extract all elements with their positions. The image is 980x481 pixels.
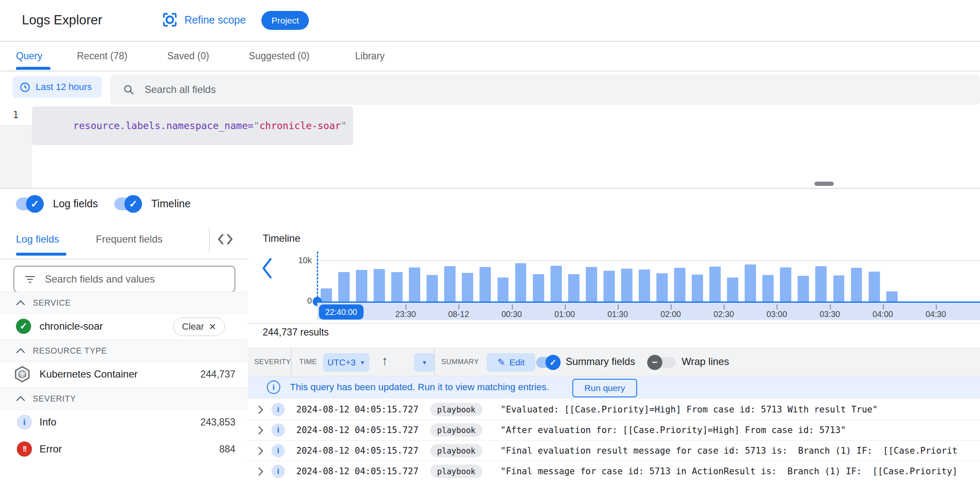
row-resource-chip[interactable]: playbook [430,465,482,478]
table-row[interactable]: i2024-08-12 04:05:15.727playbook"After e… [248,420,980,441]
chevron-up-icon [16,300,25,307]
section-header-resource-type[interactable]: RESOURCE TYPE [0,340,248,362]
chevron-right-icon[interactable] [257,426,264,437]
chevron-right-icon[interactable] [257,467,264,478]
tab-saved[interactable]: Saved (0) [167,50,209,62]
timeline-bar[interactable] [391,272,403,301]
facet-row-chronicle-soar[interactable]: ✓ chronicle-soar Clear × [0,313,248,340]
results-panel: Timeline 10k 0 22:40:00 23:3008-1200:300… [248,221,980,481]
table-row[interactable]: i2024-08-12 04:05:15.727playbook"Final e… [248,441,980,461]
row-resource-chip[interactable]: playbook [430,444,482,457]
wrap-lines-toggle-thumb[interactable]: − [647,355,662,370]
sort-ascending-icon[interactable]: ↑ [382,354,388,368]
edit-summary-button[interactable]: ✎ Edit [487,353,535,372]
section-header-service[interactable]: SERVICE [0,292,248,314]
timeline-axis-band[interactable]: 22:40:00 23:3008-1200:3001:0001:3002:000… [317,301,980,320]
timeline-bar[interactable] [551,266,562,301]
timeline-bar[interactable] [851,268,862,301]
chevron-left-icon[interactable] [261,257,273,281]
facet-row-error[interactable]: !! Error 884 [0,436,248,462]
refine-scope-button[interactable]: Refine scope [162,12,246,28]
selected-check-icon: ✓ [16,319,31,334]
timeline-plot[interactable] [317,251,980,301]
timeline-bar[interactable] [515,263,527,301]
x-axis-label: 04:30 [925,309,946,319]
x-axis-tick [883,304,884,309]
search-icon [123,84,134,95]
active-tab-underline [16,67,50,70]
x-axis-label: 04:00 [872,309,893,319]
facet-row-kubernetes-container[interactable]: Kubernetes Container 244,737 [0,361,248,388]
x-axis-tick [618,304,619,309]
scan-frame-icon [162,12,178,28]
tab-query[interactable]: Query [16,50,42,62]
timeline-bar[interactable] [798,276,809,301]
timeline-toggle-thumb[interactable]: ✓ [124,195,142,213]
summary-fields-toggle-thumb[interactable]: ✓ [545,355,561,370]
timeline-bar[interactable] [533,274,544,301]
chevron-right-icon[interactable] [257,405,264,416]
log-fields-toggle-thumb[interactable]: ✓ [26,195,44,213]
facet-row-info[interactable]: i Info 243,853 [0,409,248,436]
timeline-bar[interactable] [780,267,791,301]
row-resource-chip[interactable]: playbook [430,403,482,416]
timeline-bar[interactable] [727,278,738,301]
timeline-bar[interactable] [338,272,350,301]
sidebar-tab-frequent-fields[interactable]: Frequent fields [96,233,163,245]
tab-suggested[interactable]: Suggested (0) [249,50,309,62]
section-header-severity[interactable]: SEVERITY [0,388,248,410]
tab-recent[interactable]: Recent (78) [77,50,127,62]
filter-icon [24,274,36,285]
timeline-bar[interactable] [709,267,721,301]
x-axis-tick [936,304,937,309]
timeline-bar[interactable] [427,275,438,301]
editor-gutter [0,125,32,188]
timeline-bar[interactable] [374,269,385,301]
timeline-bar[interactable] [692,275,703,301]
sidebar-tab-log-fields[interactable]: Log fields [16,233,59,245]
editor-resize-handle[interactable] [814,182,834,186]
timeline-toggle-label: Timeline [151,198,191,210]
query-line[interactable]: resource.labels.namespace_name="chronicl… [32,106,353,145]
table-row[interactable]: i2024-08-12 04:05:15.727playbook"Final m… [248,461,980,481]
fields-search-input[interactable] [44,273,222,285]
timeline-bar[interactable] [745,264,756,301]
code-collapse-icon[interactable] [217,233,234,248]
tab-library[interactable]: Library [355,50,385,62]
timeline-bar[interactable] [815,266,827,301]
run-query-button[interactable]: Run query [572,379,637,397]
timeline-bar[interactable] [674,268,685,301]
row-timestamp: 2024-08-12 04:05:15.727 [296,420,419,440]
timeline-bar[interactable] [479,267,491,301]
chevron-right-icon[interactable] [257,446,264,457]
timeline-bar[interactable] [444,266,456,301]
query-editor[interactable]: 1 resource.labels.namespace_name="chroni… [0,105,980,188]
project-scope-badge[interactable]: Project [261,11,309,30]
timeline-bar[interactable] [321,288,332,301]
timeline-bar[interactable] [886,291,898,301]
timeline-bar[interactable] [639,270,650,301]
timeline-bar[interactable] [621,269,632,301]
search-all-fields-input[interactable] [144,83,944,96]
timeline-bar[interactable] [356,270,367,301]
timeline-title: Timeline [263,233,300,244]
timeline-bar[interactable] [498,278,509,301]
timeline-bar[interactable] [409,267,420,301]
timeline-bar[interactable] [568,274,580,301]
timeline-bar[interactable] [656,273,668,301]
timeline-bar[interactable] [603,271,615,301]
selection-start-line[interactable] [317,251,318,301]
timezone-dropdown[interactable]: UTC+3 ▼ [323,353,369,372]
timeline-bar[interactable] [462,273,473,301]
timeline-bar[interactable] [869,272,880,301]
time-range-chip[interactable]: Last 12 hours [13,76,102,98]
timeline-bar[interactable] [833,275,845,301]
timeline-bar[interactable] [762,275,774,301]
timeline-bar[interactable] [586,267,597,301]
row-resource-chip[interactable]: playbook [430,423,482,437]
fields-search-box [13,266,235,293]
time-options-dropdown[interactable]: ▼ [414,353,435,372]
clear-filter-button[interactable]: Clear × [173,317,225,336]
row-message: "After evaluation for: [[Case.Priority]=… [501,420,979,440]
table-row[interactable]: i2024-08-12 04:05:15.727playbook"Evaluat… [248,399,980,420]
